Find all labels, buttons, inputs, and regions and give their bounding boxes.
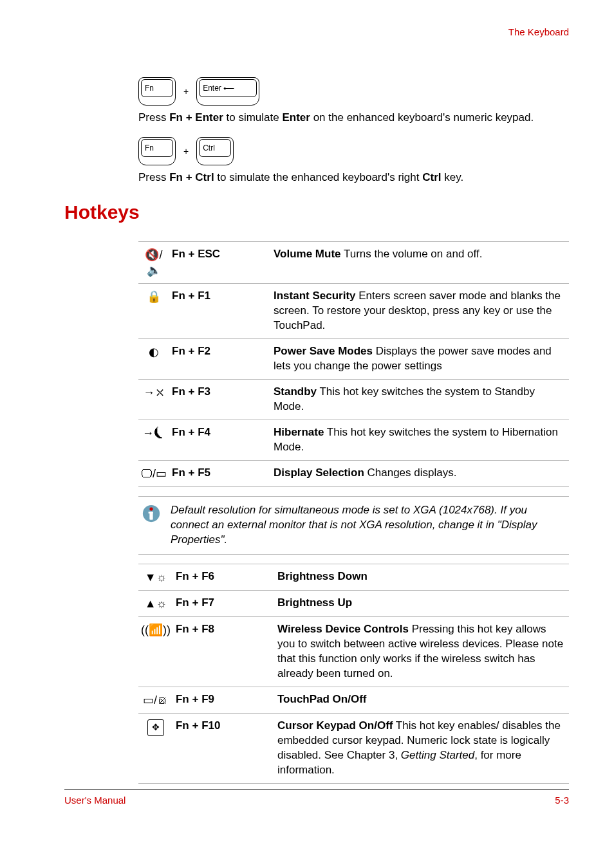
info-note-text: Default resolution for simultaneous mode… [171, 503, 566, 548]
brightness-up-icon: ▲☼ [138, 591, 173, 617]
svg-point-1 [149, 507, 153, 510]
fn-enter-description: Press Fn + Enter to simulate Enter on th… [138, 111, 569, 125]
hotkey-combo: Fn + F9 [173, 687, 275, 714]
hotkey-desc: Hibernate This hot key switches the syst… [271, 420, 569, 460]
keycap-row-ctrl: Fn + Ctrl [138, 137, 569, 165]
hibernate-icon: →⏾ [138, 420, 169, 460]
hotkeys-heading: Hotkeys [64, 199, 569, 226]
hotkey-combo: Fn + F7 [173, 591, 275, 617]
hotkey-desc: Wireless Device Controls Pressing this h… [275, 617, 569, 687]
keycap-row-enter: Fn + Enter ⟵ [138, 77, 569, 106]
info-icon [141, 503, 162, 548]
page-footer: User's Manual 5-3 [64, 790, 569, 807]
footer-left: User's Manual [64, 794, 126, 807]
hotkey-desc: Standby This hot key switches the system… [271, 379, 569, 420]
hotkey-desc: Cursor Keypad On/Off This hot key enable… [275, 714, 569, 784]
hotkey-row: ◐Fn + F2Power Save Modes Displays the po… [138, 339, 569, 380]
brightness-down-icon: ▼☼ [138, 564, 173, 590]
hotkey-combo: Fn + F1 [169, 284, 271, 339]
hotkey-combo: Fn + F2 [169, 339, 271, 380]
info-note: Default resolution for simultaneous mode… [138, 496, 569, 555]
keycap-ctrl: Ctrl [196, 137, 234, 165]
hotkey-combo: Fn + F8 [173, 617, 275, 687]
hotkey-combo: Fn + ESC [169, 241, 271, 284]
display-select-icon: 🖵/▭ [138, 460, 169, 486]
keycap-enter: Enter ⟵ [196, 77, 259, 106]
hotkey-row: 🔒Fn + F1Instant Security Enters screen s… [138, 284, 569, 339]
plus-symbol: + [182, 145, 190, 158]
hotkey-combo: Fn + F10 [173, 714, 275, 784]
hotkey-row: ✥Fn + F10Cursor Keypad On/Off This hot k… [138, 714, 569, 784]
hotkey-desc: Volume Mute Turns the volume on and off. [271, 241, 569, 284]
hotkey-table-2: ▼☼Fn + F6Brightness Down▲☼Fn + F7Brightn… [138, 564, 569, 784]
hotkey-row: →⤬Fn + F3Standby This hot key switches t… [138, 379, 569, 420]
lock-icon: 🔒 [138, 284, 169, 339]
hotkey-row: →⏾Fn + F4Hibernate This hot key switches… [138, 420, 569, 460]
hotkey-row: ((📶))Fn + F8Wireless Device Controls Pre… [138, 617, 569, 687]
cursor-keypad-icon: ✥ [138, 714, 173, 784]
wireless-icon: ((📶)) [138, 617, 173, 687]
power-save-icon: ◐ [138, 339, 169, 380]
hotkey-row: 🔇/🔈Fn + ESCVolume Mute Turns the volume … [138, 241, 569, 284]
svg-rect-3 [149, 512, 153, 513]
header-section-title: The Keyboard [64, 26, 569, 39]
hotkey-desc: TouchPad On/Off [275, 687, 569, 714]
hotkey-combo: Fn + F4 [169, 420, 271, 460]
hotkey-row: ▭/⦻Fn + F9TouchPad On/Off [138, 687, 569, 714]
hotkey-desc: Brightness Up [275, 591, 569, 617]
hotkey-combo: Fn + F3 [169, 379, 271, 420]
fn-ctrl-description: Press Fn + Ctrl to simulate the enhanced… [138, 171, 569, 185]
hotkey-combo: Fn + F5 [169, 460, 271, 486]
hotkey-combo: Fn + F6 [173, 564, 275, 590]
hotkey-desc: Brightness Down [275, 564, 569, 590]
hotkey-desc: Display Selection Changes displays. [271, 460, 569, 486]
hotkey-desc: Power Save Modes Displays the power save… [271, 339, 569, 380]
standby-icon: →⤬ [138, 379, 169, 420]
plus-symbol: + [182, 86, 190, 98]
footer-right: 5-3 [555, 794, 569, 807]
hotkey-row: 🖵/▭Fn + F5Display Selection Changes disp… [138, 460, 569, 486]
keycap-fn: Fn [138, 137, 176, 165]
hotkey-row: ▼☼Fn + F6Brightness Down [138, 564, 569, 590]
hotkey-row: ▲☼Fn + F7Brightness Up [138, 591, 569, 617]
hotkey-desc: Instant Security Enters screen saver mod… [271, 284, 569, 339]
keycap-fn: Fn [138, 77, 176, 106]
speaker-mute-icon: 🔇/🔈 [138, 241, 169, 284]
hotkey-table-1: 🔇/🔈Fn + ESCVolume Mute Turns the volume … [138, 241, 569, 487]
touchpad-icon: ▭/⦻ [138, 687, 173, 714]
